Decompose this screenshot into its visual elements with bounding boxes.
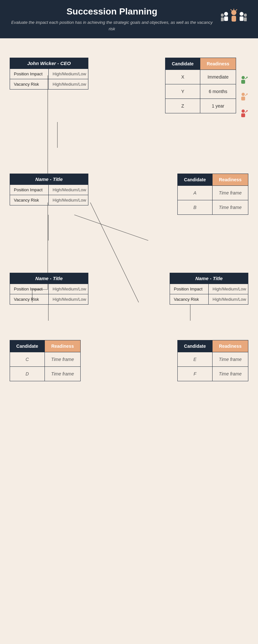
readiness-icon-row-y — [238, 89, 248, 105]
bl-readiness-c: Time frame — [45, 352, 80, 367]
bottom-left-position-impact-label: Position Impact — [10, 284, 49, 294]
bl-readiness-d: Time frame — [45, 367, 80, 381]
svg-line-12 — [231, 9, 232, 11]
mid-candidate-row-b: B Time frame — [178, 200, 248, 215]
svg-line-11 — [236, 9, 237, 11]
main-content: John Wicker - CEO Position Impact High/M… — [0, 38, 258, 391]
ceo-candidate-row-y: Y 6 months — [165, 84, 236, 99]
person-icon-green — [238, 75, 248, 85]
ceo-candidates-table: Candidate Readiness X Immediate Y 6 mont… — [165, 58, 236, 113]
mid-card-title: Name - Title — [10, 174, 88, 185]
svg-rect-24 — [241, 97, 245, 100]
page-header: Succession Planning Evaluate the impact … — [0, 0, 258, 38]
mid-position-impact-value: High/Medium/Low — [49, 185, 90, 195]
bl-candidate-row-d: D Time frame — [10, 367, 81, 381]
svg-rect-1 — [232, 16, 236, 22]
svg-point-26 — [246, 93, 248, 95]
connector-svg-2 — [10, 215, 248, 241]
br-cand-col1-header: Candidate — [178, 340, 213, 352]
bottom-left-vacancy-risk-label: Vacancy Risk — [10, 294, 49, 304]
vacancy-risk-label: Vacancy Risk — [10, 79, 49, 89]
mid-candidates-table: Candidate Readiness A Time frame B Time … — [177, 174, 248, 215]
ceo-candidate-y: Y — [165, 84, 200, 99]
svg-point-2 — [224, 12, 228, 16]
readiness-icon-row-z — [238, 105, 248, 122]
position-impact-value: High/Medium/Low — [49, 69, 90, 79]
vacancy-risk-value: High/Medium/Low — [49, 79, 90, 89]
ceo-candidate-row-x: X Immediate — [165, 70, 236, 84]
ceo-candidates-block: Candidate Readiness X Immediate Y 6 mont… — [165, 58, 248, 122]
svg-rect-3 — [224, 16, 228, 21]
mid-cand-col1-header: Candidate — [178, 174, 213, 186]
ceo-candidate-z: Z — [165, 99, 200, 113]
ceo-readiness-x: Immediate — [200, 70, 236, 84]
svg-point-4 — [240, 12, 243, 16]
br-readiness-col2-header: Readiness — [212, 340, 248, 352]
ceo-block: John Wicker - CEO Position Impact High/M… — [10, 58, 88, 90]
ceo-readiness-y: 6 months — [200, 84, 236, 99]
page-title: Succession Planning — [10, 6, 214, 17]
bottom-right-vacancy-risk-label: Vacancy Risk — [170, 294, 209, 304]
svg-rect-20 — [241, 80, 245, 84]
bottom-right-position-impact-row: Position Impact High/Medium/Low — [170, 284, 248, 294]
br-readiness-f: Time frame — [212, 367, 248, 381]
ceo-vacancy-risk-row: Vacancy Risk High/Medium/Low — [10, 79, 88, 89]
ceo-card: John Wicker - CEO Position Impact High/M… — [10, 58, 88, 90]
mid-position-impact-row: Position Impact High/Medium/Low — [10, 185, 88, 195]
bl-cand-col1-header: Candidate — [10, 340, 45, 352]
bl-candidate-c: C — [10, 352, 45, 367]
bottom-left-position-impact-row: Position Impact High/Medium/Low — [10, 284, 88, 294]
svg-rect-9 — [244, 17, 247, 21]
bottom-left-position-impact-value: High/Medium/Low — [49, 284, 90, 294]
mid-candidate-row-a: A Time frame — [178, 186, 248, 200]
ceo-card-title: John Wicker - CEO — [10, 58, 88, 69]
br-candidate-row-e: E Time frame — [178, 352, 248, 367]
mid-vacancy-risk-label: Vacancy Risk — [10, 195, 49, 205]
svg-line-33 — [74, 215, 148, 241]
mid-readiness-b: Time frame — [212, 200, 248, 215]
mid-card: Name - Title Position Impact High/Medium… — [10, 174, 88, 205]
bl-candidate-d: D — [10, 367, 45, 381]
bottom-right-card: Name - Title Position Impact High/Medium… — [170, 273, 248, 305]
svg-point-27 — [242, 109, 245, 113]
ceo-candidate-row-z: Z 1 year — [165, 99, 236, 113]
mid-vacancy-risk-value: High/Medium/Low — [49, 195, 90, 205]
connector-gap-1 — [10, 122, 248, 148]
position-impact-label: Position Impact — [10, 69, 49, 79]
readiness-icons — [238, 72, 248, 122]
ceo-cand-col1-header: Candidate — [165, 58, 200, 70]
svg-point-0 — [231, 10, 236, 15]
bottom-left-block: Name - Title Position Impact High/Medium… — [10, 273, 88, 305]
bottom-left-card: Name - Title Position Impact High/Medium… — [10, 273, 88, 305]
bottom-left-candidates-block: Candidate Readiness C Time frame D Time … — [10, 340, 81, 381]
mid-candidates-block: Candidate Readiness A Time frame B Time … — [177, 174, 248, 215]
bottom-right-card-title: Name - Title — [170, 273, 248, 284]
br-candidate-e: E — [178, 352, 213, 367]
mid-vacancy-risk-row: Vacancy Risk High/Medium/Low — [10, 195, 88, 205]
br-candidate-row-f: F Time frame — [178, 367, 248, 381]
mid-candidate-a: A — [178, 186, 213, 200]
svg-point-23 — [242, 93, 245, 96]
svg-rect-28 — [241, 113, 245, 117]
bl-readiness-col2-header: Readiness — [45, 340, 80, 352]
person-icon-orange — [238, 92, 248, 102]
svg-point-19 — [242, 76, 245, 79]
svg-point-22 — [246, 77, 248, 78]
bottom-left-candidates-table: Candidate Readiness C Time frame D Time … — [10, 340, 81, 381]
header-icon — [219, 8, 248, 31]
ceo-readiness-col2-header: Readiness — [200, 58, 236, 70]
connector-svg-1 — [10, 122, 248, 148]
connector-svg-3 — [10, 305, 248, 321]
mid-candidate-b: B — [178, 200, 213, 215]
page-subtitle: Evaluate the impact each position has in… — [10, 19, 214, 32]
connector-gap-2 — [10, 215, 248, 241]
svg-point-8 — [244, 14, 247, 17]
header-text-block: Succession Planning Evaluate the impact … — [10, 6, 214, 32]
section-bottom: Name - Title Position Impact High/Medium… — [10, 273, 248, 305]
bottom-right-vacancy-risk-row: Vacancy Risk High/Medium/Low — [170, 294, 248, 304]
bottom-left-card-title: Name - Title — [10, 273, 88, 284]
svg-rect-7 — [221, 17, 224, 21]
bottom-right-candidates-table: Candidate Readiness E Time frame F Time … — [177, 340, 248, 381]
section-ceo: John Wicker - CEO Position Impact High/M… — [10, 58, 248, 122]
connector-gap-3 — [10, 305, 248, 321]
